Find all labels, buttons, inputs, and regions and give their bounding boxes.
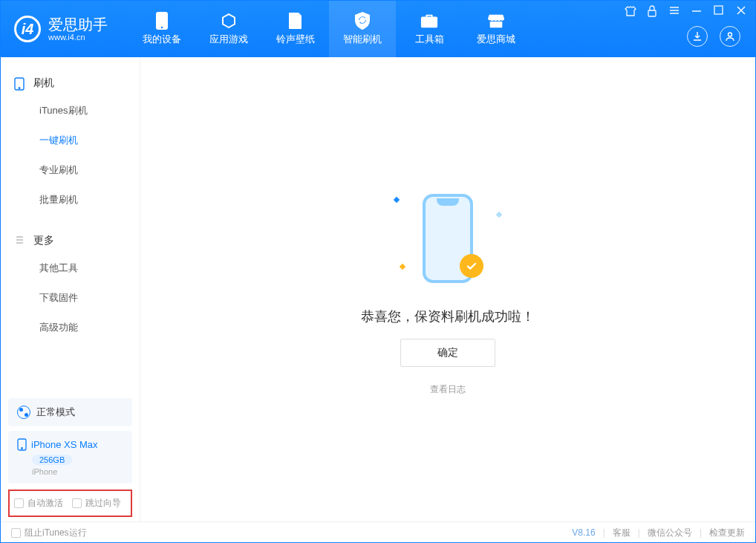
sparkle-icon — [400, 264, 405, 270]
highlight-checkbox-row: 自动激活 跳过向导 — [8, 490, 132, 517]
sidebar-item-itunes-flash[interactable]: iTunes刷机 — [1, 96, 140, 126]
app-header: i4 爱思助手 www.i4.cn 我的设备 应用游戏 铃声壁纸 智能刷机 工具… — [1, 1, 755, 57]
tab-label: 铃声壁纸 — [276, 33, 315, 46]
tab-label: 工具箱 — [415, 33, 444, 46]
minimize-icon[interactable] — [691, 5, 703, 17]
checkbox-auto-activate[interactable]: 自动激活 — [14, 497, 63, 510]
svg-point-6 — [19, 88, 20, 89]
checkbox-box-icon — [11, 528, 21, 538]
checkbox-label: 跳过向导 — [85, 497, 121, 510]
mode-icon — [17, 406, 30, 419]
sidebar-item-batch-flash[interactable]: 批量刷机 — [1, 185, 140, 215]
checkbox-block-itunes[interactable]: 阻止iTunes运行 — [11, 527, 87, 539]
toolbox-icon — [420, 12, 438, 30]
checkbox-skip-guide[interactable]: 跳过向导 — [72, 497, 121, 510]
logo-area: i4 爱思助手 www.i4.cn — [1, 1, 121, 57]
content-panel: 恭喜您，保资料刷机成功啦！ 确定 查看日志 — [140, 57, 755, 521]
sidebar-item-oneclick-flash[interactable]: 一键刷机 — [1, 126, 140, 155]
sidebar-item-other-tools[interactable]: 其他工具 — [1, 253, 140, 283]
app-site: www.i4.cn — [48, 33, 108, 42]
shield-refresh-icon — [353, 12, 371, 30]
main-area: 刷机 iTunes刷机 一键刷机 专业刷机 批量刷机 更多 其他工具 下载固件 … — [1, 57, 755, 521]
mode-box[interactable]: 正常模式 — [8, 398, 132, 426]
footer-link-support[interactable]: 客服 — [613, 527, 630, 539]
tab-smart-flash[interactable]: 智能刷机 — [329, 1, 396, 57]
sidebar-header-more: 更多 — [1, 228, 140, 253]
tab-toolbox[interactable]: 工具箱 — [396, 1, 463, 57]
svg-point-4 — [729, 33, 732, 36]
checkbox-box-icon — [72, 498, 82, 508]
result-title: 恭喜您，保资料刷机成功啦！ — [361, 308, 535, 325]
mode-label: 正常模式 — [36, 406, 75, 419]
close-icon[interactable] — [736, 5, 748, 17]
sparkle-icon — [394, 197, 400, 203]
tab-store[interactable]: 爱思商城 — [463, 1, 529, 57]
device-name: iPhone XS Max — [31, 439, 98, 450]
footer-right: V8.16 | 客服 | 微信公众号 | 检查更新 — [572, 527, 745, 539]
sidebar-item-advanced[interactable]: 高级功能 — [1, 313, 140, 342]
footer: 阻止iTunes运行 V8.16 | 客服 | 微信公众号 | 检查更新 — [1, 521, 755, 543]
music-file-icon — [287, 12, 304, 30]
tab-label: 智能刷机 — [343, 33, 382, 46]
svg-point-8 — [22, 448, 23, 449]
tab-label: 应用游戏 — [209, 33, 248, 46]
version-label: V8.16 — [572, 527, 595, 538]
list-icon — [14, 235, 26, 247]
svg-rect-3 — [714, 6, 723, 14]
maximize-icon[interactable] — [714, 5, 726, 17]
tab-label: 爱思商城 — [477, 33, 515, 46]
device-type: iPhone — [32, 467, 123, 476]
sidebar-section-more: 更多 其他工具 下载固件 高级功能 — [1, 215, 140, 342]
footer-link-wechat[interactable]: 微信公众号 — [648, 527, 692, 539]
confirm-button[interactable]: 确定 — [400, 339, 495, 367]
section-title: 更多 — [33, 234, 54, 247]
logo-icon: i4 — [14, 16, 41, 42]
app-name: 爱思助手 — [48, 16, 108, 33]
logo-text: 爱思助手 www.i4.cn — [48, 16, 108, 42]
svg-rect-2 — [648, 10, 656, 16]
section-title: 刷机 — [33, 77, 54, 90]
success-illustration — [381, 183, 515, 294]
sidebar-item-download-firmware[interactable]: 下载固件 — [1, 283, 140, 313]
svg-point-1 — [161, 27, 163, 28]
sidebar-item-pro-flash[interactable]: 专业刷机 — [1, 155, 140, 185]
phone-small-icon — [17, 438, 27, 451]
checkbox-label: 自动激活 — [27, 497, 63, 510]
header-right-icons — [687, 26, 740, 47]
sidebar-section-flash: 刷机 iTunes刷机 一键刷机 专业刷机 批量刷机 — [1, 57, 140, 215]
store-icon — [487, 12, 505, 30]
device-icon — [153, 12, 171, 30]
tab-apps-games[interactable]: 应用游戏 — [195, 1, 262, 57]
footer-link-update[interactable]: 检查更新 — [709, 527, 745, 539]
nav-tabs: 我的设备 应用游戏 铃声壁纸 智能刷机 工具箱 爱思商城 — [128, 1, 529, 57]
menu-icon[interactable] — [669, 5, 681, 17]
view-logs-link[interactable]: 查看日志 — [430, 383, 466, 396]
tab-my-device[interactable]: 我的设备 — [128, 1, 195, 57]
sidebar-bottom: 正常模式 iPhone XS Max 256GB iPhone 自动激活 跳过向… — [1, 394, 140, 521]
tab-ringtone-wallpaper[interactable]: 铃声壁纸 — [262, 1, 329, 57]
checkbox-label: 阻止iTunes运行 — [25, 527, 87, 539]
device-box[interactable]: iPhone XS Max 256GB iPhone — [8, 431, 132, 484]
device-capacity: 256GB — [32, 455, 72, 465]
user-icon[interactable] — [720, 26, 740, 47]
cube-icon — [220, 12, 238, 30]
tab-label: 我的设备 — [143, 33, 181, 46]
sidebar: 刷机 iTunes刷机 一键刷机 专业刷机 批量刷机 更多 其他工具 下载固件 … — [1, 57, 140, 521]
tshirt-icon[interactable] — [625, 5, 636, 17]
sidebar-header-flash: 刷机 — [1, 71, 140, 96]
check-badge-icon — [460, 254, 483, 278]
checkbox-box-icon — [14, 498, 24, 508]
sparkle-icon — [496, 212, 502, 218]
device-name-row: iPhone XS Max — [17, 438, 123, 451]
lock-icon[interactable] — [647, 5, 659, 17]
phone-outline-icon — [14, 77, 26, 89]
download-icon[interactable] — [687, 26, 708, 47]
window-controls — [625, 5, 748, 17]
